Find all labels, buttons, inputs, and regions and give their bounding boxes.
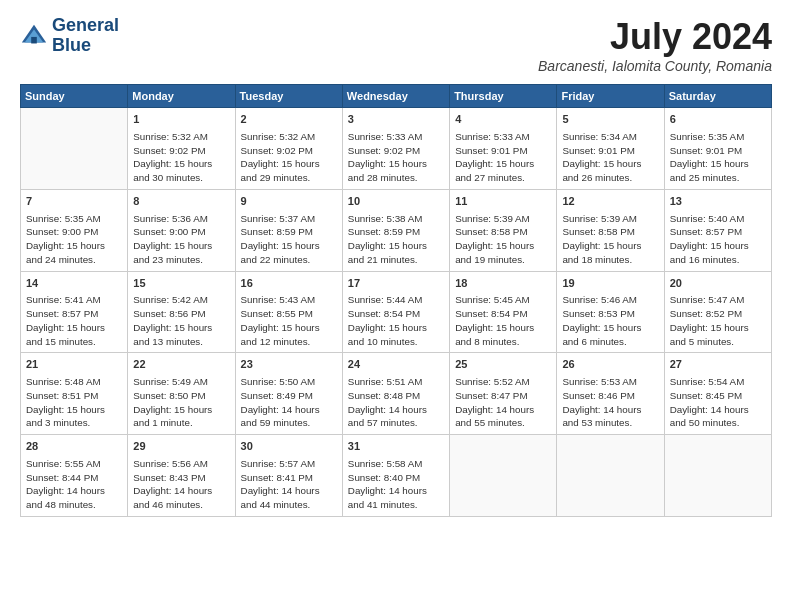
day-info: Sunrise: 5:55 AM Sunset: 8:44 PM Dayligh… xyxy=(26,457,122,512)
calendar-cell: 28Sunrise: 5:55 AM Sunset: 8:44 PM Dayli… xyxy=(21,435,128,517)
calendar-cell: 9Sunrise: 5:37 AM Sunset: 8:59 PM Daylig… xyxy=(235,189,342,271)
day-number: 14 xyxy=(26,276,122,292)
calendar-cell: 16Sunrise: 5:43 AM Sunset: 8:55 PM Dayli… xyxy=(235,271,342,353)
day-number: 31 xyxy=(348,439,444,455)
day-info: Sunrise: 5:52 AM Sunset: 8:47 PM Dayligh… xyxy=(455,375,551,430)
day-number: 27 xyxy=(670,357,766,373)
logo-icon xyxy=(20,22,48,50)
calendar-cell: 11Sunrise: 5:39 AM Sunset: 8:58 PM Dayli… xyxy=(450,189,557,271)
day-info: Sunrise: 5:32 AM Sunset: 9:02 PM Dayligh… xyxy=(133,130,229,185)
day-info: Sunrise: 5:35 AM Sunset: 9:00 PM Dayligh… xyxy=(26,212,122,267)
logo-line1: General xyxy=(52,16,119,36)
header: General Blue July 2024 Barcanesti, Ialom… xyxy=(20,16,772,74)
day-number: 19 xyxy=(562,276,658,292)
calendar-cell: 29Sunrise: 5:56 AM Sunset: 8:43 PM Dayli… xyxy=(128,435,235,517)
day-info: Sunrise: 5:46 AM Sunset: 8:53 PM Dayligh… xyxy=(562,293,658,348)
calendar-cell: 14Sunrise: 5:41 AM Sunset: 8:57 PM Dayli… xyxy=(21,271,128,353)
calendar-cell: 1Sunrise: 5:32 AM Sunset: 9:02 PM Daylig… xyxy=(128,108,235,190)
calendar-week: 21Sunrise: 5:48 AM Sunset: 8:51 PM Dayli… xyxy=(21,353,772,435)
calendar-cell: 2Sunrise: 5:32 AM Sunset: 9:02 PM Daylig… xyxy=(235,108,342,190)
calendar-week: 1Sunrise: 5:32 AM Sunset: 9:02 PM Daylig… xyxy=(21,108,772,190)
calendar-cell: 26Sunrise: 5:53 AM Sunset: 8:46 PM Dayli… xyxy=(557,353,664,435)
day-number: 26 xyxy=(562,357,658,373)
weekday-header: Friday xyxy=(557,85,664,108)
calendar-cell: 30Sunrise: 5:57 AM Sunset: 8:41 PM Dayli… xyxy=(235,435,342,517)
day-number: 2 xyxy=(241,112,337,128)
day-info: Sunrise: 5:57 AM Sunset: 8:41 PM Dayligh… xyxy=(241,457,337,512)
day-number: 20 xyxy=(670,276,766,292)
day-number: 30 xyxy=(241,439,337,455)
day-number: 29 xyxy=(133,439,229,455)
calendar-cell: 13Sunrise: 5:40 AM Sunset: 8:57 PM Dayli… xyxy=(664,189,771,271)
svg-rect-2 xyxy=(31,37,37,44)
day-info: Sunrise: 5:53 AM Sunset: 8:46 PM Dayligh… xyxy=(562,375,658,430)
calendar-cell: 15Sunrise: 5:42 AM Sunset: 8:56 PM Dayli… xyxy=(128,271,235,353)
weekday-header: Wednesday xyxy=(342,85,449,108)
day-number: 1 xyxy=(133,112,229,128)
calendar-cell xyxy=(450,435,557,517)
calendar-cell: 5Sunrise: 5:34 AM Sunset: 9:01 PM Daylig… xyxy=(557,108,664,190)
calendar-cell: 8Sunrise: 5:36 AM Sunset: 9:00 PM Daylig… xyxy=(128,189,235,271)
day-number: 11 xyxy=(455,194,551,210)
calendar-cell: 21Sunrise: 5:48 AM Sunset: 8:51 PM Dayli… xyxy=(21,353,128,435)
day-number: 16 xyxy=(241,276,337,292)
calendar-cell xyxy=(557,435,664,517)
day-info: Sunrise: 5:51 AM Sunset: 8:48 PM Dayligh… xyxy=(348,375,444,430)
calendar-cell: 25Sunrise: 5:52 AM Sunset: 8:47 PM Dayli… xyxy=(450,353,557,435)
weekday-header: Tuesday xyxy=(235,85,342,108)
calendar-cell: 27Sunrise: 5:54 AM Sunset: 8:45 PM Dayli… xyxy=(664,353,771,435)
day-info: Sunrise: 5:35 AM Sunset: 9:01 PM Dayligh… xyxy=(670,130,766,185)
day-info: Sunrise: 5:41 AM Sunset: 8:57 PM Dayligh… xyxy=(26,293,122,348)
subtitle: Barcanesti, Ialomita County, Romania xyxy=(538,58,772,74)
day-number: 8 xyxy=(133,194,229,210)
day-info: Sunrise: 5:43 AM Sunset: 8:55 PM Dayligh… xyxy=(241,293,337,348)
calendar-week: 7Sunrise: 5:35 AM Sunset: 9:00 PM Daylig… xyxy=(21,189,772,271)
day-info: Sunrise: 5:33 AM Sunset: 9:01 PM Dayligh… xyxy=(455,130,551,185)
title-block: July 2024 Barcanesti, Ialomita County, R… xyxy=(538,16,772,74)
calendar-cell: 17Sunrise: 5:44 AM Sunset: 8:54 PM Dayli… xyxy=(342,271,449,353)
day-number: 13 xyxy=(670,194,766,210)
day-info: Sunrise: 5:42 AM Sunset: 8:56 PM Dayligh… xyxy=(133,293,229,348)
calendar-cell: 23Sunrise: 5:50 AM Sunset: 8:49 PM Dayli… xyxy=(235,353,342,435)
calendar-cell: 3Sunrise: 5:33 AM Sunset: 9:02 PM Daylig… xyxy=(342,108,449,190)
day-number: 4 xyxy=(455,112,551,128)
calendar-cell: 31Sunrise: 5:58 AM Sunset: 8:40 PM Dayli… xyxy=(342,435,449,517)
calendar-cell: 18Sunrise: 5:45 AM Sunset: 8:54 PM Dayli… xyxy=(450,271,557,353)
day-info: Sunrise: 5:48 AM Sunset: 8:51 PM Dayligh… xyxy=(26,375,122,430)
day-info: Sunrise: 5:40 AM Sunset: 8:57 PM Dayligh… xyxy=(670,212,766,267)
calendar-cell xyxy=(664,435,771,517)
day-info: Sunrise: 5:58 AM Sunset: 8:40 PM Dayligh… xyxy=(348,457,444,512)
day-info: Sunrise: 5:39 AM Sunset: 8:58 PM Dayligh… xyxy=(562,212,658,267)
day-info: Sunrise: 5:37 AM Sunset: 8:59 PM Dayligh… xyxy=(241,212,337,267)
day-info: Sunrise: 5:33 AM Sunset: 9:02 PM Dayligh… xyxy=(348,130,444,185)
page: General Blue July 2024 Barcanesti, Ialom… xyxy=(0,0,792,612)
day-number: 15 xyxy=(133,276,229,292)
calendar-cell: 10Sunrise: 5:38 AM Sunset: 8:59 PM Dayli… xyxy=(342,189,449,271)
calendar-week: 28Sunrise: 5:55 AM Sunset: 8:44 PM Dayli… xyxy=(21,435,772,517)
day-number: 5 xyxy=(562,112,658,128)
day-number: 21 xyxy=(26,357,122,373)
logo-line2: Blue xyxy=(52,36,119,56)
calendar-cell: 4Sunrise: 5:33 AM Sunset: 9:01 PM Daylig… xyxy=(450,108,557,190)
day-info: Sunrise: 5:54 AM Sunset: 8:45 PM Dayligh… xyxy=(670,375,766,430)
day-number: 10 xyxy=(348,194,444,210)
day-number: 7 xyxy=(26,194,122,210)
calendar-cell: 19Sunrise: 5:46 AM Sunset: 8:53 PM Dayli… xyxy=(557,271,664,353)
day-number: 6 xyxy=(670,112,766,128)
calendar-cell: 24Sunrise: 5:51 AM Sunset: 8:48 PM Dayli… xyxy=(342,353,449,435)
day-info: Sunrise: 5:47 AM Sunset: 8:52 PM Dayligh… xyxy=(670,293,766,348)
calendar-body: 1Sunrise: 5:32 AM Sunset: 9:02 PM Daylig… xyxy=(21,108,772,517)
day-number: 9 xyxy=(241,194,337,210)
day-info: Sunrise: 5:56 AM Sunset: 8:43 PM Dayligh… xyxy=(133,457,229,512)
calendar: SundayMondayTuesdayWednesdayThursdayFrid… xyxy=(20,84,772,517)
day-info: Sunrise: 5:34 AM Sunset: 9:01 PM Dayligh… xyxy=(562,130,658,185)
day-number: 22 xyxy=(133,357,229,373)
day-number: 3 xyxy=(348,112,444,128)
calendar-cell: 22Sunrise: 5:49 AM Sunset: 8:50 PM Dayli… xyxy=(128,353,235,435)
weekday-row: SundayMondayTuesdayWednesdayThursdayFrid… xyxy=(21,85,772,108)
weekday-header: Thursday xyxy=(450,85,557,108)
weekday-header: Saturday xyxy=(664,85,771,108)
calendar-cell: 12Sunrise: 5:39 AM Sunset: 8:58 PM Dayli… xyxy=(557,189,664,271)
logo: General Blue xyxy=(20,16,119,56)
calendar-cell xyxy=(21,108,128,190)
